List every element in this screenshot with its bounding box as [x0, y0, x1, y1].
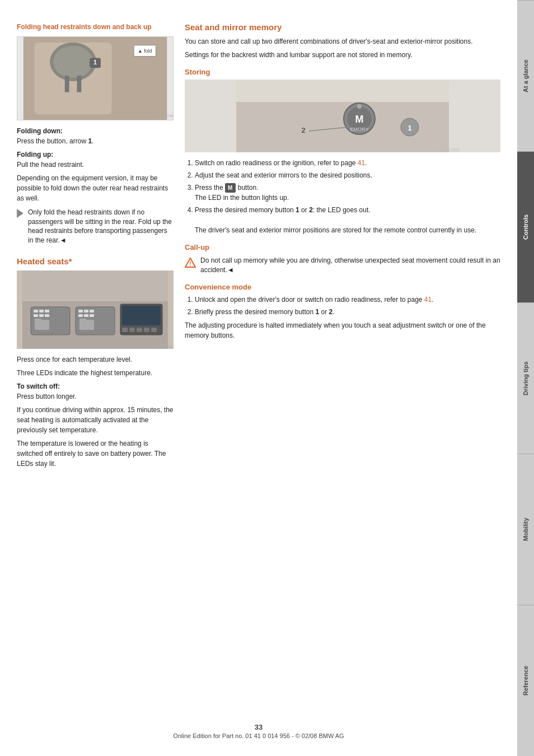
tab-mobility[interactable]: Mobility: [517, 454, 534, 605]
svg-rect-26: [78, 314, 83, 317]
intro1: You can store and call up two different …: [185, 36, 500, 46]
svg-text:!: !: [189, 261, 191, 267]
svg-text:EMORY: EMORY: [350, 127, 369, 132]
heated-seats-section: Heated seats*: [17, 256, 174, 469]
convenience-closing: The adjusting procedure is halted immedi…: [185, 320, 500, 340]
svg-text:BWVCS03: BWVCS03: [438, 147, 460, 152]
storing-step-2: Adjust the seat and exterior mirrors to …: [195, 170, 500, 180]
svg-rect-37: [151, 328, 157, 332]
page-footer: 33 Online Edition for Part no. 01 41 0 0…: [0, 723, 517, 739]
folding-body-text: Depending on the equipment version, it m…: [17, 173, 174, 203]
svg-rect-22: [35, 319, 41, 322]
headrest-image: 1 ▲ fold BWVCS01: [17, 36, 174, 120]
storing-steps: Switch on radio readiness or the ignitio…: [185, 158, 500, 235]
fold-up-text: Pull the head restraint.: [17, 160, 174, 170]
heated-para4: The temperature is lowered or the heatin…: [17, 438, 174, 469]
svg-rect-16: [39, 310, 44, 312]
svg-rect-4: [65, 76, 69, 92]
warning-text: Do not call up memory while you are driv…: [200, 256, 500, 275]
tab-controls[interactable]: Controls: [517, 151, 534, 302]
warning-box: ! Do not call up memory while you are dr…: [185, 256, 500, 275]
switch-off-label: To switch off:: [17, 381, 174, 391]
tab-reference[interactable]: Reference: [517, 605, 534, 756]
svg-text:BWVCS02: BWVCS02: [151, 344, 173, 349]
svg-rect-5: [77, 76, 81, 92]
svg-text:1: 1: [407, 124, 411, 132]
fold-up-label: Folding up:: [17, 150, 174, 160]
svg-rect-25: [90, 310, 94, 312]
memory-image: M EMORY 1 2 BWVCS03: [185, 80, 500, 152]
heated-seats-text: Press once for each temperature level. T…: [17, 354, 174, 469]
note-icon: [17, 209, 24, 218]
svg-rect-17: [45, 310, 49, 312]
switch-off-text: Press button longer.: [17, 391, 174, 402]
left-column: Folding head restraints down and back up: [17, 22, 174, 739]
svg-text:BWVCS01: BWVCS01: [156, 113, 173, 118]
ref-41-link-1[interactable]: 41: [358, 159, 365, 167]
convenience-step-2: Briefly press the desired memory button …: [195, 307, 500, 317]
warning-icon: !: [185, 257, 196, 270]
svg-rect-24: [84, 310, 88, 312]
svg-rect-32: [122, 306, 161, 325]
svg-rect-30: [79, 319, 86, 322]
note-content: Only fold the head restraints down if no…: [28, 208, 174, 245]
folding-instructions: Folding down: Press the button, arrow 1.…: [17, 126, 174, 203]
svg-rect-20: [45, 314, 49, 317]
ref-41-link-2[interactable]: 41: [424, 296, 432, 304]
side-tabs: At a glance Controls Driving tips Mobili…: [517, 0, 534, 756]
svg-rect-34: [129, 328, 135, 332]
intro2: Settings for the backrest width and lumb…: [185, 50, 500, 60]
seat-memory-intro: You can store and call up two different …: [185, 36, 500, 60]
storing-step-3: Press the M button. The LED in the butto…: [195, 183, 500, 203]
storing-subtitle: Storing: [185, 68, 500, 76]
svg-rect-19: [39, 314, 44, 317]
svg-rect-18: [34, 314, 38, 317]
folding-title: Folding head restraints down and back up: [17, 22, 174, 32]
callup-subtitle: Call-up: [185, 243, 500, 251]
storing-step-1: Switch on radio readiness or the ignitio…: [195, 158, 500, 168]
heated-para1: Press once for each temperature level.: [17, 354, 174, 365]
svg-rect-36: [144, 328, 149, 332]
svg-text:2: 2: [301, 126, 305, 134]
seat-memory-title: Seat and mirror memory: [185, 22, 500, 32]
svg-rect-15: [34, 310, 38, 312]
svg-rect-35: [137, 328, 142, 332]
svg-rect-27: [84, 314, 88, 317]
svg-point-3: [53, 46, 93, 78]
note-box: Only fold the head restraints down if no…: [17, 208, 174, 245]
footer-text: Online Edition for Part no. 01 41 0 014 …: [0, 732, 517, 739]
seat-heating-image: BWVCS02: [17, 270, 174, 349]
heated-para2: Three LEDs indicate the highest temperat…: [17, 368, 174, 378]
m-button-inline: M: [225, 183, 236, 193]
convenience-subtitle: Convenience mode: [185, 283, 500, 291]
svg-rect-23: [78, 310, 83, 312]
heated-seats-title: Heated seats*: [17, 256, 174, 266]
page-number: 33: [0, 723, 517, 731]
svg-text:M: M: [355, 114, 364, 125]
main-content: Folding head restraints down and back up: [0, 0, 517, 756]
folding-section: Folding head restraints down and back up: [17, 22, 174, 245]
svg-text:1: 1: [93, 59, 97, 66]
heated-para3: If you continue driving within approx. 1…: [17, 405, 174, 435]
convenience-step-1: Unlock and open the driver's door or swi…: [195, 295, 500, 305]
tab-driving-tips[interactable]: Driving tips: [517, 302, 534, 454]
fold-down-label: Folding down:: [17, 126, 174, 136]
svg-point-49: [357, 104, 362, 109]
svg-text:▲ fold: ▲ fold: [138, 48, 152, 53]
svg-rect-33: [122, 328, 128, 332]
right-column: Seat and mirror memory You can store and…: [185, 22, 500, 739]
convenience-steps: Unlock and open the driver's door or swi…: [185, 295, 500, 317]
convenience-closing-text: The adjusting procedure is halted immedi…: [185, 320, 500, 340]
storing-step-4: Press the desired memory button 1 or 2: …: [195, 205, 500, 235]
fold-down-text: Press the button, arrow 1.: [17, 136, 174, 146]
svg-rect-28: [90, 314, 94, 317]
tab-at-a-glance[interactable]: At a glance: [517, 0, 534, 151]
